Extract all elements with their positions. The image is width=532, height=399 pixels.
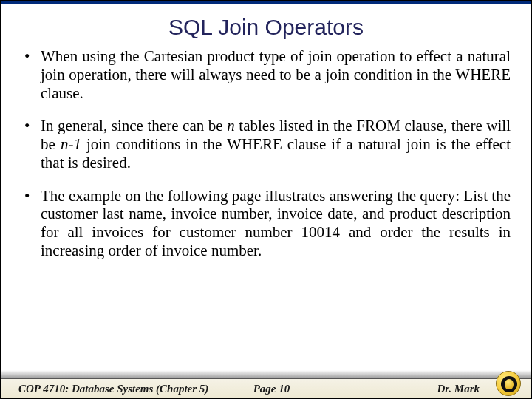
slide: SQL Join Operators When using the Cartes… — [0, 0, 532, 399]
bullet-text: In general, since there can be — [41, 117, 227, 134]
bullet-italic: n-1 — [61, 135, 81, 153]
bullet-text: When using the Cartesian product type of… — [41, 47, 511, 102]
footer-author: Dr. Mark — [437, 383, 480, 395]
slide-title: SQL Join Operators — [1, 4, 531, 47]
logo-inner — [501, 376, 517, 392]
footer: COP 4710: Database Systems (Chapter 5) P… — [1, 370, 531, 398]
bullet-list: When using the Cartesian product type of… — [24, 47, 511, 260]
ucf-logo-icon — [496, 371, 521, 396]
bullet-item: In general, since there can be n tables … — [24, 117, 511, 171]
pegasus-icon — [505, 379, 514, 389]
bullet-text: join conditions in the WHERE clause if a… — [41, 135, 511, 171]
footer-gradient — [1, 370, 531, 379]
bullet-text: The example on the following page illust… — [41, 187, 511, 259]
logo-disc — [496, 371, 521, 396]
footer-bar: COP 4710: Database Systems (Chapter 5) P… — [1, 379, 531, 398]
bullet-item: When using the Cartesian product type of… — [24, 47, 511, 102]
bullet-italic: n — [227, 117, 235, 134]
footer-page: Page 10 — [253, 383, 290, 395]
bullet-item: The example on the following page illust… — [24, 187, 511, 260]
slide-content: When using the Cartesian product type of… — [1, 47, 531, 260]
footer-course: COP 4710: Database Systems (Chapter 5) — [18, 383, 208, 395]
